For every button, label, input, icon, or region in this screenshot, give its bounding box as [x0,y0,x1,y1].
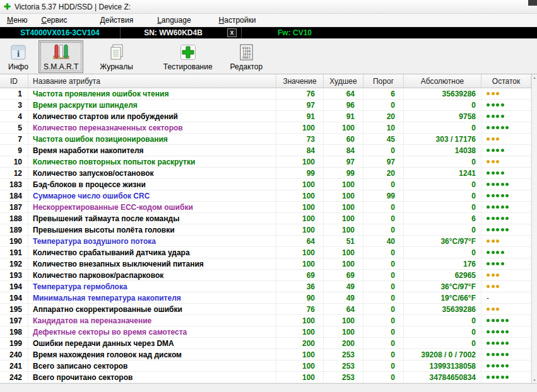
cell-threshold: 0 [363,372,404,383]
cell-id: 1 [0,88,28,99]
smart-row-242[interactable]: 242Всего прочитано секторов1002530347846… [0,372,531,383]
smart-row-7[interactable]: 7Частота ошибок позиционирования73604530… [0,134,531,145]
smart-row-184[interactable]: 184Суммарное число ошибок CRC100100990 [0,190,531,202]
smart-row-187[interactable]: 187Нескорректированные ECC-кодом ошибки1… [0,202,531,213]
smart-row-195[interactable]: 195Аппаратно скорректированные ошибки766… [0,304,531,315]
table-body: 1Частота проявления ошибок чтения7664635… [0,88,531,383]
smart-row-191[interactable]: 191Количество срабатываний датчика удара… [0,247,531,258]
toolbar-button-journals[interactable]: Журналы [95,40,138,73]
app-icon: ✚ [4,3,11,11]
column-header-6[interactable]: Остаток [481,74,531,88]
cell-name: Бэд-блоков в процессе жизни [28,179,276,190]
smart-row-3[interactable]: 3Время раскрутки шпинделя979600 [0,100,531,111]
cell-health [481,360,531,371]
smart-row-193[interactable]: 193Количество парковок/распарковок696906… [0,270,531,281]
health-dot [496,239,499,243]
cell-health [481,213,531,224]
cell-id: 242 [0,372,28,383]
toolbar-button-smart[interactable]: S.M.A.R.T [38,40,83,73]
cell-health [481,100,531,110]
smart-row-199[interactable]: 199Ошибки передачи данных через DMA20020… [0,338,531,349]
health-dot [496,103,499,107]
smart-row-240[interactable]: 240Время нахождения головок над диском10… [0,349,531,360]
health-dot [492,205,495,209]
cell-name: Количество парковок/распарковок [28,270,276,280]
toolbar-button-editor[interactable]: 0101110010100001Редактор [225,40,268,73]
column-header-0[interactable]: ID [0,74,28,88]
cell-threshold: 0 [363,202,404,212]
cell-value: 100 [276,326,324,337]
cell-value: 76 [276,88,324,99]
health-dot [501,149,504,152]
cell-id: 190 [0,236,28,246]
health-dot [492,149,495,152]
health-dot [487,285,490,288]
toolbar-button-info[interactable]: iИнфо [3,40,33,73]
smart-row-5[interactable]: 5Количество переназначенных секторов1001… [0,122,531,134]
cell-name: Минимальная температура накопителя [28,292,276,303]
column-header-1[interactable]: Название атрибута [28,74,276,88]
smart-row-241[interactable]: 241Всего записано секторов10025301399313… [0,360,531,372]
toolbar-button-testing[interactable]: Тестирование [158,40,218,73]
health-dot [492,342,495,345]
cell-health [481,349,531,360]
column-header-3[interactable]: Худшее [324,74,363,88]
smart-row-197[interactable]: 197Кандидатов на переназначение10010000 [0,315,531,326]
cell-worst: 100 [324,247,363,258]
menu-item-Действия[interactable]: Действия [100,16,134,25]
cell-id: 194 [0,292,28,303]
cell-worst: 99 [324,168,363,178]
column-header-2[interactable]: Значение [276,74,324,88]
cell-name: Время раскрутки шпинделя [28,100,276,110]
column-header-4[interactable]: Порог [363,74,404,88]
health-dot [501,194,504,197]
title-bar[interactable]: ✚ Victoria 5.37 HDD/SSD | Device Z: [0,0,537,14]
cell-threshold: 0 [363,326,404,337]
menu-item-Сервис[interactable]: Сервис [41,16,67,25]
column-header-5[interactable]: Абсолютное [404,74,481,88]
health-dot [496,376,499,379]
cell-value: 91 [276,111,324,122]
cell-worst: 84 [324,145,363,156]
menu-item-Language[interactable]: Language [157,16,191,25]
scroll-down-arrow[interactable]: ▼ [532,378,537,382]
smart-row-183[interactable]: 183Бэд-блоков в процессе жизни10010000 [0,179,531,190]
cell-absolute: 0 [404,100,481,110]
cell-threshold: 97 [363,156,404,167]
smart-row-194[interactable]: 194Температура гермоблока3649036°C/97°F [0,281,531,292]
smart-row-188[interactable]: 188Превышений таймаута после команды1001… [0,213,531,224]
smart-row-194[interactable]: 194Минимальная температура накопителя904… [0,292,531,304]
scroll-up-arrow[interactable]: ▲ [532,76,537,79]
smart-row-9[interactable]: 9Время наработки накопителя8484014038 [0,145,531,156]
cell-health [481,88,531,99]
cell-absolute: 176 [404,258,481,269]
cell-threshold: 0 [363,179,404,190]
health-dot [487,205,490,209]
smart-icon [51,43,71,62]
health-dot [492,171,495,175]
health-dot [501,228,504,231]
window-controls-fragment[interactable] [528,0,537,6]
svg-text:i: i [17,49,20,59]
health-dot [492,364,495,367]
health-dot [492,239,495,243]
toolbar-button-label: Журналы [100,62,133,71]
device-close-button[interactable]: x [227,28,237,37]
smart-row-1[interactable]: 1Частота проявления ошибок чтения7664635… [0,88,531,100]
smart-row-190[interactable]: 190Температура воздушного потока64514036… [0,236,531,247]
vertical-scrollbar[interactable]: ▲ ▼ [531,74,537,383]
smart-row-189[interactable]: 189Превышения высоты полёта головки10010… [0,224,531,236]
cell-worst: 96 [324,100,363,110]
health-dot [496,228,499,231]
menu-item-Настройки[interactable]: Настройки [219,16,256,25]
health-dot [492,274,495,277]
menu-item-Меню[interactable]: Меню [7,16,27,25]
smart-row-12[interactable]: 12Количество запусков/остановок999920124… [0,168,531,179]
smart-row-10[interactable]: 10Количество повторных попыток раскрутки… [0,156,531,168]
cell-health [481,202,531,212]
smart-row-198[interactable]: 198Дефектные секторы во время самотеста1… [0,326,531,338]
smart-row-192[interactable]: 192Количество внезапных выключений питан… [0,258,531,270]
cell-absolute: 0 [404,122,481,133]
health-dot [501,353,504,356]
smart-row-4[interactable]: 4Количество стартов или пробуждений91912… [0,111,531,122]
